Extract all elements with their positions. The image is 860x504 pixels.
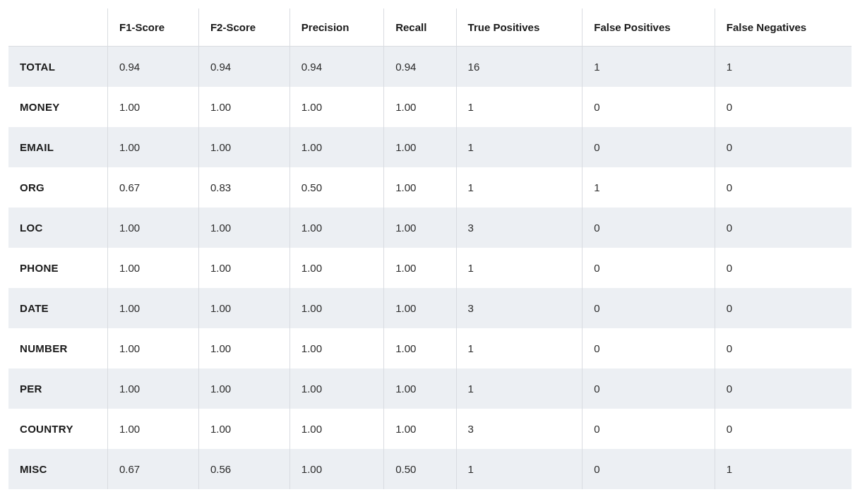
cell-f1: 1.00 (107, 208, 198, 248)
cell-fn: 1 (715, 47, 852, 87)
cell-f1: 1.00 (107, 248, 198, 288)
row-label: MONEY (8, 87, 107, 127)
row-label: TOTAL (8, 47, 107, 87)
cell-f1: 0.94 (107, 47, 198, 87)
cell-precision: 1.00 (289, 208, 383, 248)
cell-precision: 1.00 (289, 288, 383, 328)
table-row: PER1.001.001.001.00100 (8, 368, 852, 409)
cell-fn: 0 (715, 167, 852, 208)
cell-f1: 1.00 (107, 328, 198, 368)
cell-fp: 0 (582, 328, 715, 368)
row-label: LOC (8, 208, 107, 248)
table-row: NUMBER1.001.001.001.00100 (8, 328, 852, 368)
cell-f2: 1.00 (198, 127, 289, 167)
cell-fp: 0 (582, 248, 715, 288)
cell-tp: 3 (456, 288, 583, 328)
table-row: MISC0.670.561.000.50101 (8, 449, 852, 489)
cell-fn: 1 (715, 449, 852, 489)
cell-f2: 1.00 (198, 409, 289, 449)
cell-tp: 1 (456, 248, 583, 288)
cell-fn: 0 (715, 208, 852, 248)
row-label: EMAIL (8, 127, 107, 167)
metrics-table: F1-Score F2-Score Precision Recall True … (8, 8, 852, 489)
cell-tp: 1 (456, 328, 583, 368)
cell-f1: 1.00 (107, 368, 198, 409)
cell-precision: 1.00 (289, 87, 383, 127)
cell-recall: 1.00 (383, 127, 455, 167)
cell-fp: 0 (582, 409, 715, 449)
cell-recall: 0.94 (383, 47, 455, 87)
cell-fn: 0 (715, 328, 852, 368)
cell-recall: 1.00 (383, 87, 455, 127)
header-fp: False Positives (582, 8, 715, 47)
row-label: COUNTRY (8, 409, 107, 449)
cell-tp: 1 (456, 368, 583, 409)
cell-f1: 1.00 (107, 288, 198, 328)
cell-f1: 1.00 (107, 409, 198, 449)
cell-recall: 1.00 (383, 248, 455, 288)
header-precision: Precision (289, 8, 383, 47)
cell-precision: 0.50 (289, 167, 383, 208)
cell-f1: 0.67 (107, 449, 198, 489)
table-body: TOTAL0.940.940.940.941611MONEY1.001.001.… (8, 47, 852, 489)
table-row: ORG0.670.830.501.00110 (8, 167, 852, 208)
cell-tp: 1 (456, 449, 583, 489)
cell-fn: 0 (715, 127, 852, 167)
header-tp: True Positives (456, 8, 583, 47)
cell-tp: 16 (456, 47, 583, 87)
cell-precision: 1.00 (289, 449, 383, 489)
cell-f2: 1.00 (198, 248, 289, 288)
cell-recall: 1.00 (383, 328, 455, 368)
row-label: DATE (8, 288, 107, 328)
cell-f2: 0.83 (198, 167, 289, 208)
cell-fn: 0 (715, 288, 852, 328)
cell-fp: 0 (582, 449, 715, 489)
cell-recall: 1.00 (383, 409, 455, 449)
cell-f2: 1.00 (198, 87, 289, 127)
cell-f2: 1.00 (198, 328, 289, 368)
row-label: PER (8, 368, 107, 409)
header-fn: False Negatives (715, 8, 852, 47)
cell-fp: 1 (582, 167, 715, 208)
cell-fp: 0 (582, 127, 715, 167)
header-recall: Recall (383, 8, 455, 47)
cell-tp: 1 (456, 167, 583, 208)
row-label: NUMBER (8, 328, 107, 368)
table-row: DATE1.001.001.001.00300 (8, 288, 852, 328)
row-label: ORG (8, 167, 107, 208)
row-label: PHONE (8, 248, 107, 288)
cell-fp: 0 (582, 288, 715, 328)
cell-precision: 1.00 (289, 248, 383, 288)
header-f1: F1-Score (107, 8, 198, 47)
cell-f2: 0.94 (198, 47, 289, 87)
cell-fn: 0 (715, 368, 852, 409)
cell-f1: 0.67 (107, 167, 198, 208)
cell-recall: 1.00 (383, 167, 455, 208)
cell-tp: 3 (456, 409, 583, 449)
cell-fp: 1 (582, 47, 715, 87)
table-row: COUNTRY1.001.001.001.00300 (8, 409, 852, 449)
cell-fp: 0 (582, 368, 715, 409)
cell-f1: 1.00 (107, 87, 198, 127)
cell-fn: 0 (715, 87, 852, 127)
table-row: PHONE1.001.001.001.00100 (8, 248, 852, 288)
cell-f2: 1.00 (198, 208, 289, 248)
cell-recall: 1.00 (383, 288, 455, 328)
cell-tp: 1 (456, 87, 583, 127)
cell-f2: 0.56 (198, 449, 289, 489)
cell-precision: 0.94 (289, 47, 383, 87)
table-row: TOTAL0.940.940.940.941611 (8, 47, 852, 87)
cell-fp: 0 (582, 208, 715, 248)
cell-precision: 1.00 (289, 328, 383, 368)
cell-precision: 1.00 (289, 368, 383, 409)
cell-precision: 1.00 (289, 409, 383, 449)
cell-precision: 1.00 (289, 127, 383, 167)
cell-tp: 1 (456, 127, 583, 167)
cell-fn: 0 (715, 409, 852, 449)
table-row: EMAIL1.001.001.001.00100 (8, 127, 852, 167)
cell-f1: 1.00 (107, 127, 198, 167)
table-row: MONEY1.001.001.001.00100 (8, 87, 852, 127)
header-f2: F2-Score (198, 8, 289, 47)
cell-recall: 1.00 (383, 368, 455, 409)
cell-fn: 0 (715, 248, 852, 288)
